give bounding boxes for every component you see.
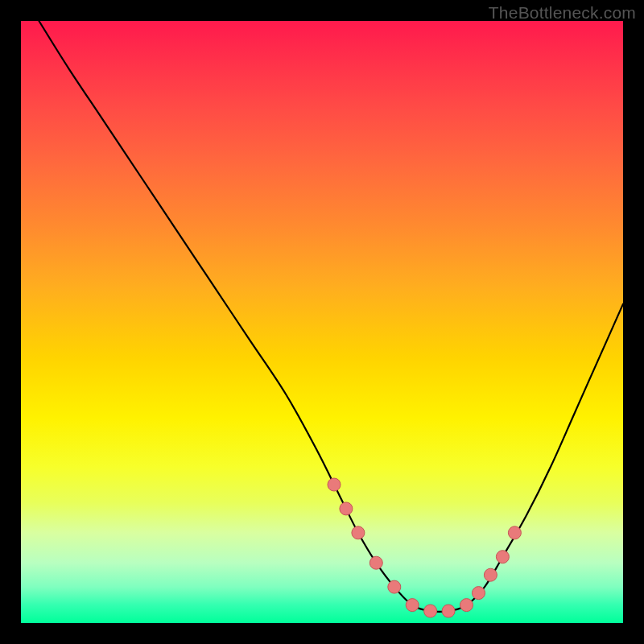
curve-marker (369, 556, 382, 569)
curve-marker (496, 551, 509, 564)
curve-marker (424, 605, 437, 617)
curve-layer (21, 21, 623, 623)
curve-marker (484, 568, 497, 581)
curve-marker (328, 478, 341, 491)
curve-marker (473, 587, 485, 600)
chart-frame: TheBottleneck.com (0, 0, 644, 644)
curve-marker (460, 599, 473, 612)
curve-marker (406, 599, 419, 612)
bottleneck-curve (39, 21, 623, 612)
curve-marker (442, 605, 455, 617)
curve-marker (340, 502, 353, 515)
curve-marker (352, 526, 365, 539)
curve-markers (328, 478, 521, 617)
curve-marker (388, 580, 401, 593)
watermark-text: TheBottleneck.com (489, 3, 636, 23)
curve-marker (508, 526, 521, 539)
plot-area (21, 21, 623, 623)
